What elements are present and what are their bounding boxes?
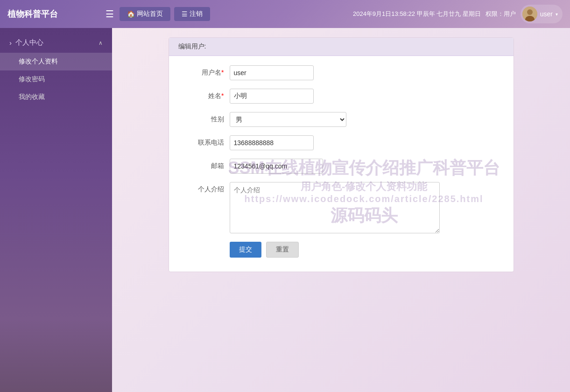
reset-button[interactable]: 重置	[266, 242, 299, 258]
chevron-right-icon: ›	[9, 39, 12, 47]
avatar	[522, 7, 537, 21]
header-info: 2024年9月1日13:58:22 甲辰年 七月廿九 星期日 权限：用户 use…	[353, 5, 563, 23]
username-label: 用户名*	[183, 65, 230, 77]
sidebar-collapse-icon: ∧	[99, 40, 103, 46]
username-row: 用户名*	[183, 65, 500, 80]
layout: › 个人中心 ∧ 修改个人资料 修改密码 我的收藏 SSM在线植物宣传介绍推广科…	[0, 28, 570, 392]
sidebar-section-title: › 个人中心	[9, 38, 43, 47]
sidebar-section-personal: › 个人中心 ∧ 修改个人资料 修改密码 我的收藏	[0, 33, 112, 106]
sidebar-section-label: 个人中心	[15, 38, 43, 47]
form-actions: 提交 重置	[230, 242, 500, 258]
home-icon: 🏠	[127, 10, 135, 18]
datetime-display: 2024年9月1日13:58:22 甲辰年 七月廿九 星期日	[353, 10, 481, 18]
svg-point-1	[527, 9, 533, 15]
gender-select[interactable]: 男 女	[230, 112, 346, 127]
chevron-down-icon: ▾	[556, 12, 558, 17]
logout-button[interactable]: ☰ 注销	[174, 7, 210, 21]
menu-icon: ☰	[106, 9, 114, 19]
username-display: user	[540, 10, 553, 18]
email-row: 邮箱	[183, 159, 500, 174]
bio-textarea[interactable]	[230, 182, 440, 233]
username-required: *	[221, 69, 224, 76]
sidebar-item-edit-profile[interactable]: 修改个人资料	[0, 53, 112, 70]
sidebar-toggle-button[interactable]: ☰	[106, 8, 114, 20]
gender-row: 性别 男 女	[183, 112, 500, 127]
logout-icon: ☰	[182, 10, 188, 18]
fullname-required: *	[221, 92, 224, 99]
submit-button[interactable]: 提交	[230, 242, 261, 258]
phone-row: 联系电话	[183, 135, 500, 150]
sidebar-item-favorites[interactable]: 我的收藏	[0, 88, 112, 106]
header: 植物科普平台 ☰ 🏠 网站首页 ☰ 注销 2024年9月1日13:58:22 甲…	[0, 0, 570, 28]
phone-input[interactable]	[230, 135, 314, 150]
sidebar-item-change-password[interactable]: 修改密码	[0, 70, 112, 88]
edit-user-form-card: 编辑用户: 用户名* 姓名*	[169, 37, 514, 272]
fullname-input[interactable]	[230, 89, 314, 104]
fullname-row: 姓名*	[183, 89, 500, 104]
avatar-image	[522, 7, 537, 21]
gender-label: 性别	[183, 112, 230, 124]
main-content: SSM在线植物宣传介绍推广科普平台 用户角色-修改个人资料功能 https://…	[112, 28, 570, 392]
user-menu[interactable]: user ▾	[521, 5, 563, 23]
header-nav: 🏠 网站首页 ☰ 注销	[120, 7, 210, 21]
permission-label: 权限：用户	[486, 10, 516, 18]
form-card-header: 编辑用户:	[169, 38, 514, 56]
sidebar: › 个人中心 ∧ 修改个人资料 修改密码 我的收藏	[0, 28, 112, 392]
bio-label: 个人介绍	[183, 182, 230, 194]
sidebar-section-personal-header[interactable]: › 个人中心 ∧	[0, 33, 112, 53]
form-card-body: 用户名* 姓名* 性别 男	[169, 56, 514, 272]
phone-label: 联系电话	[183, 135, 230, 147]
bio-row: 个人介绍	[183, 182, 500, 233]
username-input[interactable]	[230, 65, 314, 80]
email-input[interactable]	[230, 159, 323, 174]
fullname-label: 姓名*	[183, 89, 230, 100]
email-label: 邮箱	[183, 159, 230, 170]
app-logo: 植物科普平台	[7, 8, 106, 20]
home-button[interactable]: 🏠 网站首页	[120, 7, 170, 21]
